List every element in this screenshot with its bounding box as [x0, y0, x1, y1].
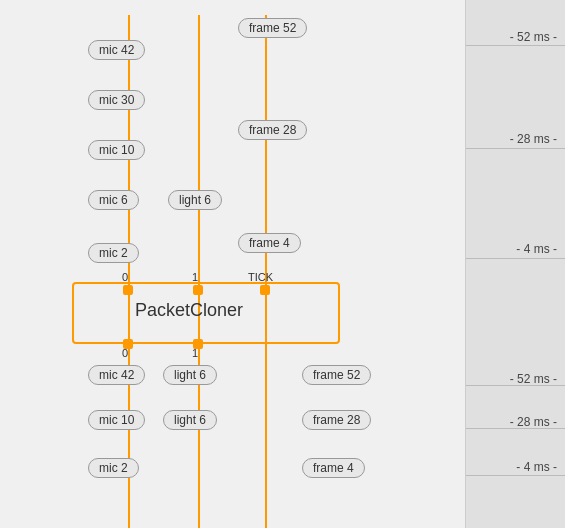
node-frame28[interactable]: frame 28: [238, 120, 307, 140]
line-v-mid: [198, 15, 200, 528]
node-mic2[interactable]: mic 2: [88, 243, 139, 263]
timeline-label-28ms-top: - 28 ms -: [510, 132, 557, 146]
dot-output1-bot: [193, 339, 203, 349]
node-light6-bot2[interactable]: light 6: [163, 410, 217, 430]
tick-line-2: [466, 148, 565, 149]
timeline-label-52ms-bot: - 52 ms -: [510, 372, 557, 386]
node-light6-top[interactable]: light 6: [168, 190, 222, 210]
node-mic30[interactable]: mic 30: [88, 90, 145, 110]
node-frame28-bot[interactable]: frame 28: [302, 410, 371, 430]
timeline-label-4ms-top: - 4 ms -: [516, 242, 557, 256]
timeline-panel: - 52 ms - - 28 ms - - 4 ms - - 52 ms - -…: [465, 0, 565, 528]
tick-line-3: [466, 258, 565, 259]
node-mic10-bot[interactable]: mic 10: [88, 410, 145, 430]
main-container: - 52 ms - - 28 ms - - 4 ms - - 52 ms - -…: [0, 0, 565, 528]
node-frame4[interactable]: frame 4: [238, 233, 301, 253]
packet-cloner-label: PacketCloner: [135, 300, 243, 321]
node-mic6[interactable]: mic 6: [88, 190, 139, 210]
node-mic42-bot[interactable]: mic 42: [88, 365, 145, 385]
node-mic10[interactable]: mic 10: [88, 140, 145, 160]
timeline-label-28ms-bot: - 28 ms -: [510, 415, 557, 429]
tick-line-1: [466, 45, 565, 46]
timeline-label-52ms-top: - 52 ms -: [510, 30, 557, 44]
tick-line-6: [466, 475, 565, 476]
timeline-label-4ms-bot: - 4 ms -: [516, 460, 557, 474]
node-frame4-bot[interactable]: frame 4: [302, 458, 365, 478]
node-frame52[interactable]: frame 52: [238, 18, 307, 38]
dot-output0-bot: [123, 339, 133, 349]
node-mic42[interactable]: mic 42: [88, 40, 145, 60]
node-light6-bot1[interactable]: light 6: [163, 365, 217, 385]
node-mic2-bot[interactable]: mic 2: [88, 458, 139, 478]
node-frame52-bot[interactable]: frame 52: [302, 365, 371, 385]
